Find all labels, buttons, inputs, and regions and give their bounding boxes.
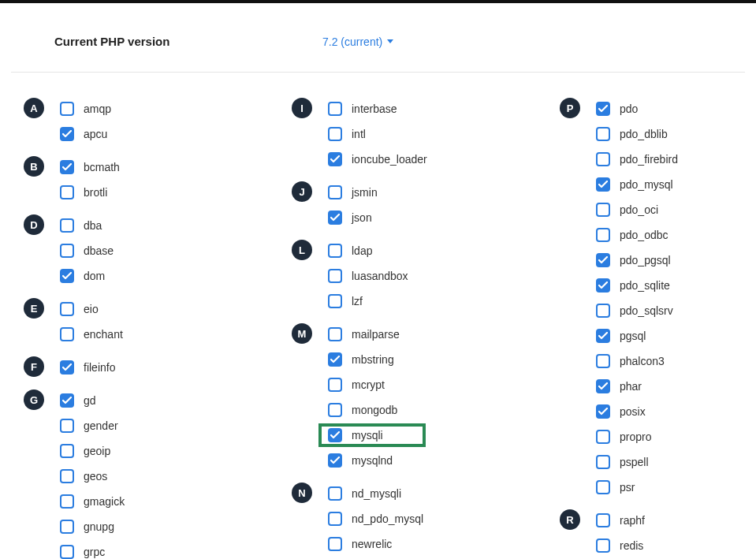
extension-item-pdo[interactable]: pdo xyxy=(596,96,678,121)
extension-item-ldap[interactable]: ldap xyxy=(328,238,408,263)
checkbox[interactable] xyxy=(596,379,610,393)
extension-item-mysqlnd[interactable]: mysqlnd xyxy=(328,448,426,473)
extension-item-gmagick[interactable]: gmagick xyxy=(60,489,125,514)
extension-item-mcrypt[interactable]: mcrypt xyxy=(328,372,426,397)
extension-item-geoip[interactable]: geoip xyxy=(60,438,125,464)
checkbox[interactable] xyxy=(60,160,74,174)
checkbox[interactable] xyxy=(60,127,74,141)
extension-item-phalcon3[interactable]: phalcon3 xyxy=(596,348,678,374)
checkbox[interactable] xyxy=(60,393,74,408)
extension-item-ioncube_loader[interactable]: ioncube_loader xyxy=(328,147,427,172)
extension-item-grpc[interactable]: grpc xyxy=(60,539,125,559)
checkbox[interactable] xyxy=(596,354,610,368)
extension-item-pdo_oci[interactable]: pdo_oci xyxy=(596,197,678,222)
extension-item-newrelic[interactable]: newrelic xyxy=(328,531,423,557)
checkbox[interactable] xyxy=(596,177,610,192)
extension-item-gender[interactable]: gender xyxy=(60,413,125,438)
extension-item-pdo_mysql[interactable]: pdo_mysql xyxy=(596,172,678,197)
checkbox[interactable] xyxy=(328,486,342,501)
checkbox[interactable] xyxy=(328,327,342,341)
extension-item-interbase[interactable]: interbase xyxy=(328,96,427,121)
extension-item-gd[interactable]: gd xyxy=(60,388,125,413)
extension-item-luasandbox[interactable]: luasandbox xyxy=(328,263,408,289)
checkbox[interactable] xyxy=(596,329,610,343)
checkbox[interactable] xyxy=(60,494,74,509)
extension-item-pdo_odbc[interactable]: pdo_odbc xyxy=(596,222,678,248)
extension-item-nd_mysqli[interactable]: nd_mysqli xyxy=(328,481,423,506)
checkbox[interactable] xyxy=(596,513,610,527)
checkbox[interactable] xyxy=(596,480,610,494)
extension-item-nd_pdo_mysql[interactable]: nd_pdo_mysql xyxy=(328,506,423,531)
extension-item-mysqli[interactable]: mysqli xyxy=(328,423,426,448)
checkbox[interactable] xyxy=(328,294,342,308)
checkbox[interactable] xyxy=(328,428,342,442)
checkbox[interactable] xyxy=(328,244,342,258)
checkbox[interactable] xyxy=(60,269,74,283)
checkbox[interactable] xyxy=(328,352,342,367)
extension-item-geos[interactable]: geos xyxy=(60,464,125,489)
checkbox[interactable] xyxy=(328,403,342,417)
checkbox[interactable] xyxy=(328,512,342,526)
extension-item-pdo_sqlite[interactable]: pdo_sqlite xyxy=(596,273,678,298)
checkbox[interactable] xyxy=(596,304,610,318)
checkbox[interactable] xyxy=(60,469,74,483)
checkbox[interactable] xyxy=(596,539,610,553)
extension-item-lzf[interactable]: lzf xyxy=(328,289,408,314)
extension-item-redis[interactable]: redis xyxy=(596,533,645,558)
extension-item-pspell[interactable]: pspell xyxy=(596,449,678,475)
checkbox[interactable] xyxy=(60,218,74,233)
checkbox[interactable] xyxy=(596,278,610,293)
checkbox[interactable] xyxy=(596,127,610,141)
extension-item-intl[interactable]: intl xyxy=(328,121,427,147)
checkbox[interactable] xyxy=(596,404,610,419)
extension-item-raphf[interactable]: raphf xyxy=(596,508,645,533)
extension-item-pdo_dblib[interactable]: pdo_dblib xyxy=(596,121,678,147)
extension-item-pdo_firebird[interactable]: pdo_firebird xyxy=(596,147,678,172)
extension-item-dbase[interactable]: dbase xyxy=(60,238,114,263)
checkbox[interactable] xyxy=(328,269,342,283)
extension-item-pdo_sqlsrv[interactable]: pdo_sqlsrv xyxy=(596,298,678,323)
extension-item-pdo_pgsql[interactable]: pdo_pgsql xyxy=(596,248,678,273)
checkbox[interactable] xyxy=(596,455,610,469)
extension-item-enchant[interactable]: enchant xyxy=(60,322,123,347)
extension-item-dba[interactable]: dba xyxy=(60,213,114,238)
checkbox[interactable] xyxy=(60,360,74,375)
checkbox[interactable] xyxy=(328,102,342,116)
extension-item-dom[interactable]: dom xyxy=(60,263,114,289)
checkbox[interactable] xyxy=(596,430,610,444)
checkbox[interactable] xyxy=(60,520,74,534)
checkbox[interactable] xyxy=(60,244,74,258)
checkbox[interactable] xyxy=(60,102,74,116)
extension-item-bcmath[interactable]: bcmath xyxy=(60,155,120,180)
checkbox[interactable] xyxy=(328,185,342,199)
checkbox[interactable] xyxy=(328,378,342,392)
extension-item-mbstring[interactable]: mbstring xyxy=(328,347,426,372)
extension-item-gnupg[interactable]: gnupg xyxy=(60,514,125,539)
extension-item-posix[interactable]: posix xyxy=(596,399,678,424)
checkbox[interactable] xyxy=(328,537,342,551)
checkbox[interactable] xyxy=(328,152,342,166)
checkbox[interactable] xyxy=(60,327,74,341)
extension-item-mongodb[interactable]: mongodb xyxy=(328,397,426,423)
checkbox[interactable] xyxy=(60,185,74,199)
extension-item-propro[interactable]: propro xyxy=(596,424,678,449)
extension-item-amqp[interactable]: amqp xyxy=(60,96,111,121)
extension-item-eio[interactable]: eio xyxy=(60,296,123,322)
extension-item-psr[interactable]: psr xyxy=(596,475,678,500)
checkbox[interactable] xyxy=(596,228,610,242)
extension-item-apcu[interactable]: apcu xyxy=(60,121,111,147)
checkbox[interactable] xyxy=(60,545,74,559)
checkbox[interactable] xyxy=(596,203,610,217)
checkbox[interactable] xyxy=(596,102,610,116)
extension-item-mailparse[interactable]: mailparse xyxy=(328,322,426,347)
checkbox[interactable] xyxy=(596,253,610,267)
extension-item-phar[interactable]: phar xyxy=(596,374,678,399)
checkbox[interactable] xyxy=(328,211,342,225)
checkbox[interactable] xyxy=(60,444,74,458)
extension-item-pgsql[interactable]: pgsql xyxy=(596,323,678,348)
checkbox[interactable] xyxy=(328,453,342,468)
checkbox[interactable] xyxy=(60,302,74,316)
extension-item-fileinfo[interactable]: fileinfo xyxy=(60,355,115,380)
checkbox[interactable] xyxy=(328,127,342,141)
checkbox[interactable] xyxy=(60,419,74,433)
